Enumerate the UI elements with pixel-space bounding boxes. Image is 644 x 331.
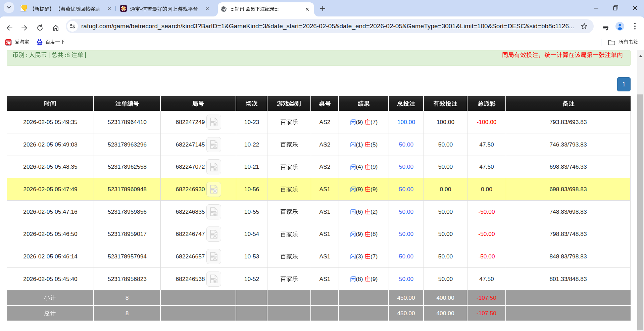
svg-text:du: du xyxy=(38,43,41,45)
